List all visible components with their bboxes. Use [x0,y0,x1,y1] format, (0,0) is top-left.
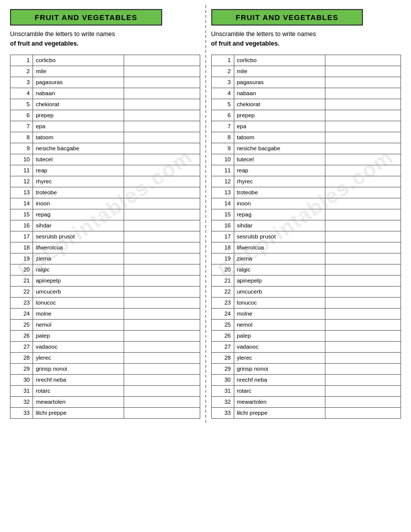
row-number: 14 [211,198,234,209]
answer-cell[interactable] [325,363,400,374]
row-number: 16 [11,220,33,231]
answer-cell[interactable] [325,110,400,121]
row-number: 33 [211,407,234,418]
answer-cell[interactable] [124,99,200,110]
answer-cell[interactable] [124,396,200,407]
row-number: 25 [11,319,33,330]
row-number: 13 [211,187,234,198]
answer-cell[interactable] [325,407,400,418]
row-number: 2 [11,66,33,77]
answer-cell[interactable] [325,352,400,363]
answer-cell[interactable] [325,187,400,198]
scrambled-word: umcucerb [234,286,325,297]
answer-cell[interactable] [325,176,400,187]
page: FRUIT AND VEGETABLES Unscramble the lett… [5,5,406,423]
row-number: 11 [211,165,234,176]
answer-cell[interactable] [124,55,200,66]
answer-cell[interactable] [325,286,400,297]
table-row: 25 nemol [211,319,401,330]
left-title: FRUIT AND VEGETABLES [35,13,137,22]
answer-cell[interactable] [124,286,200,297]
table-row: 5 chekiorat [211,99,401,110]
scrambled-word: corlicbo [234,55,325,66]
answer-cell[interactable] [124,297,200,308]
table-row: 29 grinsp nonoi [211,363,401,374]
answer-cell[interactable] [124,187,200,198]
answer-cell[interactable] [325,341,400,352]
answer-cell[interactable] [325,308,400,319]
answer-cell[interactable] [124,253,200,264]
answer-cell[interactable] [124,231,200,242]
table-row: 8 tatoom [11,132,200,143]
answer-cell[interactable] [124,154,200,165]
table-row: 1 corlicbo [11,55,200,66]
answer-cell[interactable] [124,198,200,209]
answer-cell[interactable] [124,110,200,121]
answer-cell[interactable] [325,99,400,110]
table-row: 3 pagasuras [11,77,200,88]
scrambled-word: vadaooc [234,341,325,352]
table-row: 11 reap [11,165,200,176]
answer-cell[interactable] [124,176,200,187]
scrambled-word: mewartolen [234,396,325,407]
row-number: 8 [211,132,234,143]
answer-cell[interactable] [325,253,400,264]
table-row: 3 pagasuras [211,77,401,88]
answer-cell[interactable] [325,77,400,88]
answer-cell[interactable] [325,165,400,176]
answer-cell[interactable] [325,143,400,154]
scrambled-word: ralgic [33,264,124,275]
scrambled-word: ylerec [234,352,325,363]
answer-cell[interactable] [124,352,200,363]
answer-cell[interactable] [124,165,200,176]
answer-cell[interactable] [124,264,200,275]
answer-cell[interactable] [325,198,400,209]
answer-cell[interactable] [124,319,200,330]
answer-cell[interactable] [325,275,400,286]
answer-cell[interactable] [124,275,200,286]
answer-cell[interactable] [325,209,400,220]
answer-cell[interactable] [325,264,400,275]
answer-cell[interactable] [124,88,200,99]
answer-cell[interactable] [124,242,200,253]
answer-cell[interactable] [325,132,400,143]
answer-cell[interactable] [325,66,400,77]
answer-cell[interactable] [325,374,400,385]
answer-cell[interactable] [325,154,400,165]
row-number: 17 [11,231,33,242]
answer-cell[interactable] [124,374,200,385]
answer-cell[interactable] [124,121,200,132]
answer-cell[interactable] [124,209,200,220]
answer-cell[interactable] [124,66,200,77]
answer-cell[interactable] [124,132,200,143]
table-row: 32 mewartolen [11,396,200,407]
table-row: 16 sihdar [11,220,200,231]
answer-cell[interactable] [124,407,200,418]
answer-cell[interactable] [124,143,200,154]
table-row: 30 nrechf neba [211,374,401,385]
answer-cell[interactable] [325,231,400,242]
answer-cell[interactable] [325,242,400,253]
answer-cell[interactable] [325,319,400,330]
answer-cell[interactable] [325,220,400,231]
answer-cell[interactable] [124,220,200,231]
answer-cell[interactable] [124,385,200,396]
row-number: 32 [11,396,33,407]
answer-cell[interactable] [325,396,400,407]
row-number: 27 [211,341,234,352]
answer-cell[interactable] [325,55,400,66]
answer-cell[interactable] [325,330,400,341]
answer-cell[interactable] [124,330,200,341]
row-number: 18 [211,242,234,253]
answer-cell[interactable] [124,341,200,352]
answer-cell[interactable] [124,308,200,319]
table-row: 10 tutecel [211,154,401,165]
table-row: 4 nabaan [211,88,401,99]
answer-cell[interactable] [325,88,400,99]
answer-cell[interactable] [325,385,400,396]
answer-cell[interactable] [325,297,400,308]
answer-cell[interactable] [124,77,200,88]
answer-cell[interactable] [325,121,400,132]
table-row: 5 chekiorat [11,99,200,110]
answer-cell[interactable] [124,363,200,374]
